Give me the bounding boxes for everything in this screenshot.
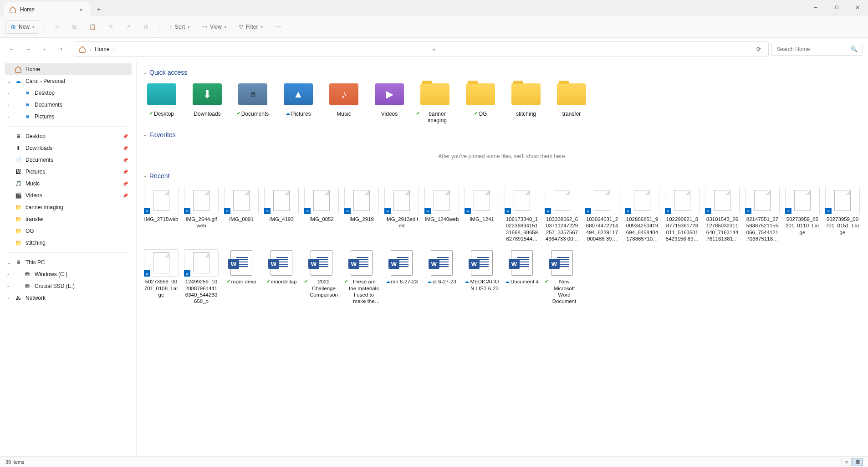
recent-file[interactable]: »50273959_85201_0110_Large <box>784 185 821 244</box>
breadcrumb-home[interactable]: Home <box>95 46 109 52</box>
sidebar-item-drive[interactable]: ›⛃Windows (C:) <box>5 268 132 280</box>
chevron-right-icon[interactable]: › <box>7 296 9 301</box>
recent-file[interactable]: ✔emordnilap <box>263 247 300 307</box>
quick-access-music[interactable]: ♪Music <box>325 82 363 124</box>
sidebar-item-videos[interactable]: 🎬Videos📌 <box>5 190 132 201</box>
recent-file[interactable]: »102886851_900934250419694_8458404178865… <box>624 185 660 244</box>
cut-button[interactable]: ✂ <box>51 21 64 33</box>
quick-access-videos[interactable]: ▶Videos <box>371 82 408 124</box>
new-button[interactable]: ⊕ New ▾ <box>5 20 39 34</box>
quick-access-pictures[interactable]: ▲☁Pictures <box>280 82 317 124</box>
search-input[interactable] <box>776 46 847 52</box>
sidebar-item-music[interactable]: 🎵Music📌 <box>5 178 132 190</box>
recent-file[interactable]: ☁mri 6-27-23 <box>383 247 420 307</box>
sidebar-item-network[interactable]: › 🖧 Network <box>5 292 132 304</box>
filter-button[interactable]: ▽ Filter ▾ <box>235 21 267 33</box>
recent-file[interactable]: ☁Document 4 <box>504 247 540 307</box>
more-button[interactable]: ⋯ <box>271 21 286 33</box>
recent-file[interactable]: »103024031_268074472214494_8239117000488… <box>584 185 620 244</box>
recent-file[interactable]: »IMG_0852 <box>303 185 340 244</box>
sidebar-item-desktop[interactable]: ›■Desktop <box>5 87 132 99</box>
recent-file[interactable]: »IMG_4193 <box>263 185 300 244</box>
recent-file[interactable]: »IMG_2715web <box>143 185 179 244</box>
chevron-right-icon[interactable]: › <box>7 103 9 108</box>
recent-file[interactable]: ✔New Microsoft Word Document <box>544 247 580 307</box>
back-button[interactable]: ← <box>5 43 18 56</box>
copy-button[interactable]: ⧉ <box>68 21 81 33</box>
sidebar-item-transfer[interactable]: 📁transfer <box>5 213 132 225</box>
recent-file[interactable]: »IMG_1241 <box>464 185 500 244</box>
sidebar-item-personal[interactable]: ⌄ ☁ Carol - Personal <box>5 75 132 87</box>
chevron-right-icon[interactable]: › <box>7 272 9 277</box>
quick-access-downloads[interactable]: ⬇Downloads <box>189 82 226 124</box>
recent-file[interactable]: »106173340_10223689415131668_68659627891… <box>504 185 540 244</box>
recent-file[interactable]: »IMG_0891 <box>223 185 260 244</box>
quick-access-stitching[interactable]: stitching <box>507 82 545 124</box>
section-quick-access[interactable]: ⌄ Quick access <box>143 69 862 76</box>
sidebar-item-desktop[interactable]: 🖥Desktop📌 <box>5 130 132 142</box>
sidebar-item-banner-imaging[interactable]: 📁banner imaging <box>5 201 132 213</box>
paste-button[interactable]: 📋 <box>85 21 101 33</box>
recent-file[interactable]: »IMG_1240web <box>424 185 460 244</box>
chevron-down-icon[interactable]: ⌄ <box>7 260 11 265</box>
chevron-right-icon[interactable]: › <box>7 284 9 289</box>
recent-file[interactable]: »50273959_00701_0108_Large <box>143 247 179 307</box>
refresh-button[interactable]: ⟳ <box>754 44 764 54</box>
recent-file[interactable]: ✔roger dexa <box>223 247 260 307</box>
maximize-button[interactable]: ☐ <box>826 0 847 15</box>
forward-button[interactable]: → <box>22 43 35 56</box>
quick-access-desktop[interactable]: ✔Desktop <box>143 82 180 124</box>
chevron-right-icon[interactable]: › <box>7 114 9 119</box>
sidebar-item-thispc[interactable]: ⌄ 🖥 This PC <box>5 257 132 268</box>
sidebar-item-home[interactable]: Home <box>5 63 132 75</box>
recent-file[interactable]: »83101543_2612785032311640_7163144761161… <box>704 185 740 244</box>
recent-locations-button[interactable]: ▾ <box>38 43 51 56</box>
sidebar-item-pictures[interactable]: 🖼Pictures📌 <box>5 166 132 178</box>
recent-file[interactable]: ☁ct 6-27-23 <box>424 247 460 307</box>
chevron-right-icon[interactable]: › <box>7 91 9 96</box>
recent-file[interactable]: »IMG_2919 <box>343 185 380 244</box>
sidebar-item-pictures[interactable]: ›■Pictures <box>5 111 132 123</box>
window-controls: ─ ☐ ✕ <box>805 0 868 15</box>
recent-file[interactable]: »82147551_2758387521155066_7544121706875… <box>744 185 781 244</box>
close-window-button[interactable]: ✕ <box>847 0 868 15</box>
address-bar[interactable]: › Home › ▾ ⟳ <box>74 41 769 57</box>
search-box[interactable]: 🔍 <box>771 43 863 56</box>
recent-file[interactable]: »103338562_603711247229257_3357567466473… <box>544 185 580 244</box>
sidebar-item-documents[interactable]: ›■Documents <box>5 99 132 111</box>
share-button[interactable]: ↗ <box>122 21 135 33</box>
sidebar-item-og[interactable]: 📁OG <box>5 225 132 237</box>
chevron-down-icon[interactable]: ⌄ <box>7 79 11 84</box>
recent-file[interactable]: »IMG_2644.gifweb <box>183 185 220 244</box>
minimize-button[interactable]: ─ <box>805 0 826 15</box>
rename-button[interactable]: ✎ <box>104 21 118 33</box>
recent-file[interactable]: ☁MEDICATION LIST 6-23 <box>464 247 500 307</box>
up-button[interactable]: ↑ <box>55 43 67 56</box>
recent-file[interactable]: »12499259_1020887961441 6340_544260658_o <box>183 247 220 307</box>
thumbnails-view-button[interactable]: ▦ <box>853 458 863 466</box>
sort-button[interactable]: ↕ Sort ▾ <box>165 21 194 33</box>
recent-file[interactable]: »IMG_2913edited <box>383 185 420 244</box>
view-button[interactable]: ▭ View ▾ <box>198 21 231 33</box>
quick-access-transfer[interactable]: transfer <box>553 82 590 124</box>
sidebar-item-drive[interactable]: ›⛃Crucial SSD (E:) <box>5 280 132 292</box>
sidebar-item-stitching[interactable]: 📁stitching <box>5 237 132 249</box>
recent-file[interactable]: »50273959_00701_0151_Large <box>824 185 861 244</box>
recent-file[interactable]: »102290921_887719361728011_5163501542915… <box>664 185 700 244</box>
tab-close-button[interactable]: ✕ <box>77 6 85 13</box>
sidebar-item-downloads[interactable]: ⬇Downloads📌 <box>5 142 132 154</box>
quick-access-banner-imaging[interactable]: ✔banner imaging <box>416 82 454 124</box>
quick-access-documents[interactable]: ▤✔Documents <box>234 82 271 124</box>
quick-access-og[interactable]: ✔OG <box>462 82 499 124</box>
new-tab-button[interactable]: ＋ <box>90 2 107 17</box>
sidebar-item-documents[interactable]: 📄Documents📌 <box>5 154 132 166</box>
details-view-button[interactable]: ≡ <box>842 458 852 466</box>
address-dropdown[interactable]: ▾ <box>430 44 438 54</box>
tab-home[interactable]: Home ✕ <box>4 2 90 17</box>
search-icon[interactable]: 🔍 <box>851 46 858 52</box>
recent-file[interactable]: ✔2022 Challenge Comparison <box>303 247 340 307</box>
delete-button[interactable]: 🗑 <box>139 21 153 33</box>
recent-file[interactable]: ✔These are the materials I used to make … <box>343 247 380 307</box>
section-recent[interactable]: ⌄ Recent <box>143 172 862 180</box>
section-favorites[interactable]: ⌄ Favorites <box>143 131 862 139</box>
